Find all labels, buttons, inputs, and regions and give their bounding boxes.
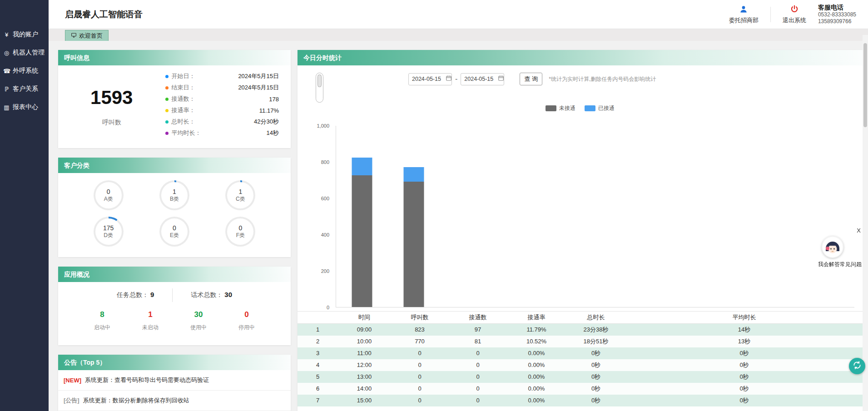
call-info-stats: 开始日：2024年5月15日结束日：2024年5月15日接通数：178接通率：1… <box>165 65 291 148</box>
customer-class-item-F类: 0F类 <box>208 217 273 247</box>
class-value: 175 <box>103 224 114 233</box>
class-value: 0 <box>238 224 242 233</box>
announcement-tag: [NEW] <box>64 377 81 384</box>
sidebar-item-机器人管理[interactable]: ◎机器人管理 <box>0 44 49 62</box>
class-label: B类 <box>170 196 179 203</box>
class-ring-inner: 0E类 <box>161 218 188 245</box>
stat-dot-icon <box>165 132 169 135</box>
sidebar-item-label: 报表中心 <box>13 103 38 111</box>
assistant-avatar[interactable] <box>822 236 843 258</box>
date-from-input[interactable] <box>412 76 444 82</box>
table-cell: 14秒 <box>626 324 863 336</box>
date-range-separator: - <box>455 75 457 83</box>
class-label: C类 <box>236 196 245 203</box>
class-label: E类 <box>170 232 179 239</box>
window-scrollbar[interactable] <box>863 35 868 411</box>
sidebar-item-客户关系[interactable]: ℙ客户关系 <box>0 80 49 98</box>
power-icon <box>790 5 799 15</box>
call-count-value: 1593 <box>90 87 133 109</box>
call-info-body: 1593 呼叫数 开始日：2024年5月15日结束日：2024年5月15日接通数… <box>58 65 291 148</box>
sidebar-item-外呼系统[interactable]: ☎外呼系统 <box>0 62 49 80</box>
stat-dot-icon <box>165 120 169 124</box>
metric-value: 0 <box>244 310 248 319</box>
merchant-label: 委托招商部 <box>729 16 759 25</box>
calendar-icon <box>446 75 452 83</box>
announcement-item[interactable]: [NEW]系统更新：查看号码和导出号码需要动态码验证 <box>58 370 291 391</box>
table-cell: 10:00 <box>338 336 391 347</box>
service-fab-button[interactable] <box>849 358 865 374</box>
announcement-text: 系统更新：数据分析删除将保存到回收站 <box>83 396 189 405</box>
table-cell: 0 <box>449 347 507 359</box>
announcement-list: [NEW]系统更新：查看号码和导出号码需要动态码验证[公告]系统更新：数据分析删… <box>58 370 291 411</box>
y-tick-label: 600 <box>321 196 329 201</box>
table-header-cell: 接通率 <box>507 312 566 324</box>
announcement-item[interactable]: [公告]系统更新：数据分析删除将保存到回收站 <box>58 391 291 411</box>
metric-value: 30 <box>194 310 203 319</box>
mini-scrollbar-thumb[interactable] <box>317 74 322 87</box>
table-cell: 0.00% <box>507 371 566 383</box>
legend-item-未接通[interactable]: 未接通 <box>546 104 575 112</box>
merchant-button[interactable]: 委托招商部 <box>729 5 759 25</box>
call-info-card: 呼叫信息 1593 呼叫数 开始日：2024年5月15日结束日：2024年5月1… <box>58 50 291 148</box>
metric-value: 1 <box>148 310 152 319</box>
class-ring-inner: 1B类 <box>161 182 188 208</box>
logout-button[interactable]: 退出系统 <box>783 5 806 25</box>
stat-label: 接通数： <box>172 95 195 103</box>
class-ring-icon: 1B类 <box>159 180 189 210</box>
metric-label: 停用中 <box>238 324 255 332</box>
assistant-close-button[interactable]: X <box>857 227 861 234</box>
window-scrollbar-thumb[interactable] <box>863 43 867 127</box>
table-cell: 0秒 <box>566 359 626 371</box>
table-cell: 0 <box>391 359 449 371</box>
table-header-cell: 接通数 <box>449 312 507 324</box>
sidebar-item-报表中心[interactable]: ▥报表中心 <box>0 98 49 116</box>
stats-note: *统计为实时计算,删除任务内号码会影响统计 <box>549 75 656 83</box>
phone-icon: ☎ <box>3 68 10 74</box>
date-from-box[interactable] <box>408 73 452 85</box>
service-phone-title: 客服电话 <box>818 4 856 12</box>
chart-legend: 未接通已接通 <box>298 104 863 112</box>
class-value: 1 <box>173 188 176 196</box>
assistant-tip: 我会解答常见问题 <box>803 261 862 268</box>
top-header: 启晟睿人工智能语音 委托招商部 退出系统 客服电话 053 <box>49 0 868 29</box>
metric-label: 启动中 <box>94 324 110 332</box>
table-cell: 0.00% <box>507 395 566 406</box>
date-to-input[interactable] <box>464 76 496 82</box>
y-tick-label: 200 <box>321 268 329 274</box>
mini-scrollbar[interactable] <box>316 73 323 103</box>
announcement-tag: [公告] <box>64 396 79 405</box>
class-ring-icon: 175D类 <box>94 217 124 247</box>
table-cell: 23分38秒 <box>566 324 626 336</box>
table-cell: 0秒 <box>566 347 626 359</box>
class-ring-icon: 0A类 <box>94 180 124 210</box>
table-cell: 0秒 <box>626 383 863 395</box>
table-cell: 0 <box>391 371 449 383</box>
class-ring-icon: 0F类 <box>225 217 255 247</box>
yen-icon: ¥ <box>3 31 10 38</box>
header-divider <box>770 7 771 22</box>
legend-item-已接通[interactable]: 已接通 <box>585 104 615 112</box>
bar-missed-segment <box>352 175 372 307</box>
bar-connected-segment <box>404 167 424 182</box>
right-column: 今日分时统计 - <box>298 50 863 411</box>
customer-class-title: 客户分类 <box>58 158 291 173</box>
stat-value: 2024年5月15日 <box>238 84 279 92</box>
sidebar-item-我的账户[interactable]: ¥我的账户 <box>0 25 49 44</box>
call-info-stat: 结束日：2024年5月15日 <box>165 84 279 92</box>
stat-dot-icon <box>165 98 169 101</box>
sync-icon <box>853 361 862 371</box>
app-metric-启动中: 8启动中 <box>94 310 110 332</box>
stat-dot-icon <box>165 86 169 89</box>
tab-welcome-home[interactable]: 欢迎首页 <box>65 30 109 41</box>
app-metric-使用中: 30使用中 <box>190 310 207 332</box>
table-row: 109:008239711.79%23分38秒14秒 <box>298 324 863 336</box>
left-column: 呼叫信息 1593 呼叫数 开始日：2024年5月15日结束日：2024年5月1… <box>58 50 291 411</box>
date-to-box[interactable] <box>461 73 504 85</box>
script-total: 话术总数：30 <box>191 291 232 299</box>
stat-dot-icon <box>165 75 169 78</box>
table-cell: 15:00 <box>338 395 391 406</box>
class-value: 1 <box>238 188 242 196</box>
legend-swatch-icon <box>546 105 556 111</box>
table-header-cell: 平均时长 <box>626 312 863 324</box>
query-button[interactable]: 查 询 <box>520 73 542 85</box>
